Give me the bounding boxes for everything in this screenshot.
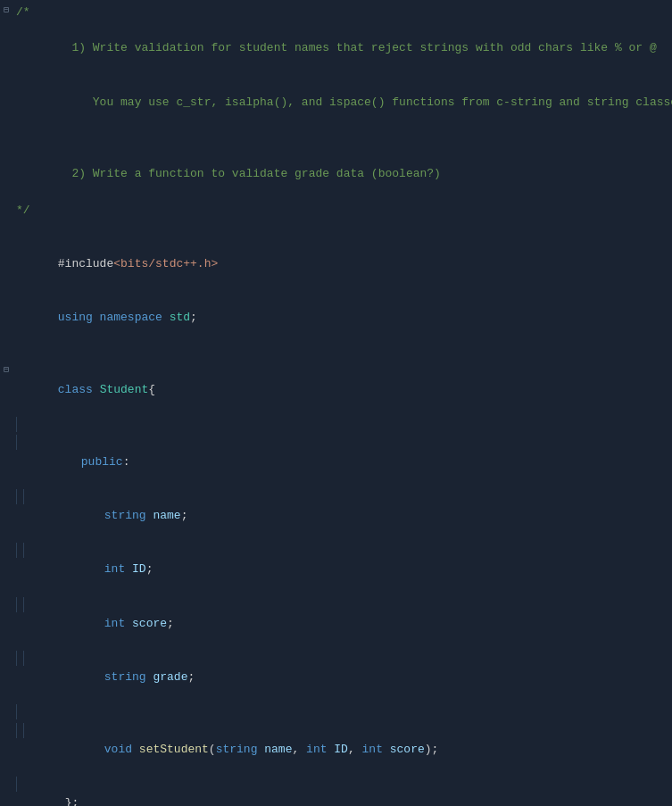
code-line-15: int ID;: [27, 543, 672, 596]
line-1: ⊟ /*: [0, 4, 672, 21]
line-5: 2) Write a function to validate grade da…: [0, 147, 672, 201]
line-11: ⊟ class Student{: [0, 363, 672, 417]
code-line-5: 2) Write a function to validate grade da…: [12, 147, 672, 201]
code-line-8: #include<bits/stdc++.h>: [12, 237, 672, 291]
line-7: [0, 220, 672, 237]
code-line-9: using namespace std;: [12, 291, 672, 345]
line-4: [0, 129, 672, 147]
code-line-16: int score;: [27, 597, 672, 651]
code-line-13: public:: [20, 435, 672, 488]
code-line-19: void setStudent(string name, int ID, int…: [27, 723, 672, 777]
fold-btn-1[interactable]: ⊟: [0, 4, 12, 18]
line-16: int score;: [0, 597, 672, 651]
line-18: [0, 704, 672, 722]
line-3: You may use c_str, isalpha(), and ispace…: [0, 76, 672, 129]
line-6: */: [0, 202, 672, 220]
code-line-14: string name;: [27, 489, 672, 543]
line-2: 1) Write validation for student names th…: [0, 21, 672, 75]
line-13: public:: [0, 435, 672, 488]
code-line-1: /*: [12, 4, 672, 21]
line-12: [0, 417, 672, 435]
line-17: string grade;: [0, 651, 672, 704]
line-20: };: [0, 777, 672, 806]
code-line-17: string grade;: [27, 651, 672, 704]
line-14: string name;: [0, 489, 672, 543]
line-19: void setStudent(string name, int ID, int…: [0, 723, 672, 777]
code-line-2: 1) Write validation for student names th…: [12, 21, 672, 75]
code-line-20: };: [20, 777, 672, 806]
line-10: [0, 345, 672, 363]
line-15: int ID;: [0, 543, 672, 596]
code-editor: ⊟ /* 1) Write validation for student nam…: [0, 0, 672, 806]
code-line-3: You may use c_str, isalpha(), and ispace…: [12, 76, 672, 129]
code-line-11: class Student{: [12, 363, 672, 417]
fold-btn-class[interactable]: ⊟: [0, 363, 12, 378]
line-9: using namespace std;: [0, 291, 672, 345]
code-line-6: */: [12, 202, 672, 220]
line-8: #include<bits/stdc++.h>: [0, 237, 672, 291]
